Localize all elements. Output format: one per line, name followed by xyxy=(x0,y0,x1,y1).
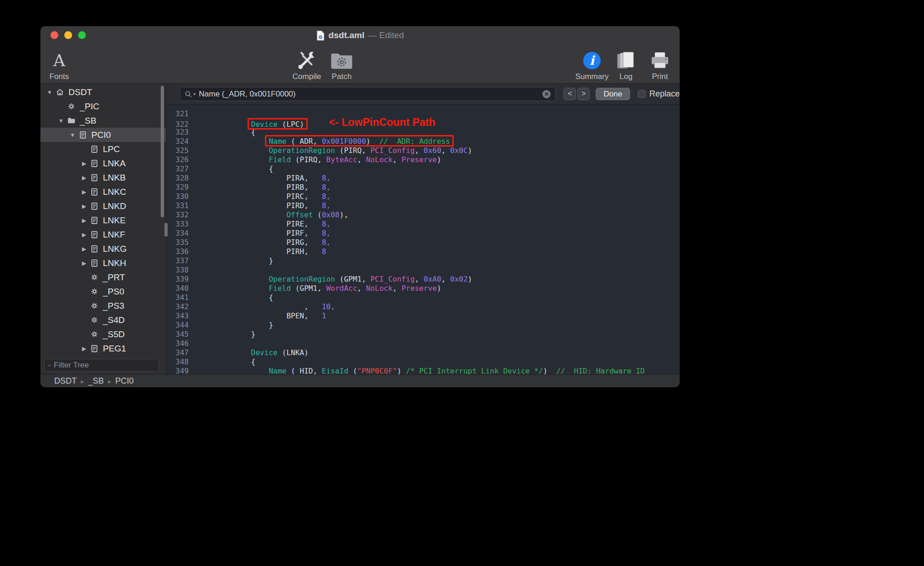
disclosure-triangle-icon[interactable]: ▶ xyxy=(79,175,89,181)
device-icon xyxy=(89,187,100,196)
fonts-button[interactable]: A Fonts xyxy=(43,46,75,81)
filter-tree-input[interactable] xyxy=(54,361,155,370)
find-input[interactable] xyxy=(199,90,539,99)
code-token: 0x0C xyxy=(450,146,468,155)
patch-button[interactable]: Patch xyxy=(326,46,358,81)
sidebar-item-lnkd[interactable]: ▶LNKD xyxy=(40,199,166,213)
sidebar-item-_pic[interactable]: _PIC xyxy=(40,99,166,113)
window-title-area: dsdt.aml — Edited xyxy=(40,26,680,45)
sidebar-item-label: _PRT xyxy=(103,272,125,283)
clear-search-icon[interactable]: ✕ xyxy=(542,90,551,98)
sidebar-item-lnkh[interactable]: ▶LNKH xyxy=(40,256,166,270)
code-token: } xyxy=(198,321,273,329)
sidebar-item-_s4d[interactable]: _S4D xyxy=(40,313,166,327)
code-token: Offset xyxy=(287,210,313,219)
search-options-caret-icon[interactable]: ▾ xyxy=(193,91,196,96)
code-token: "PNP0C0F" xyxy=(357,367,397,374)
code-token: { xyxy=(198,357,255,366)
code-token xyxy=(198,367,269,374)
sidebar-item-pci0[interactable]: ▼PCI0 xyxy=(40,128,166,142)
log-button[interactable]: Log xyxy=(610,46,642,81)
code-token: PIRE, xyxy=(198,220,322,228)
sidebar-item-lnka[interactable]: ▶LNKA xyxy=(40,156,166,170)
breadcrumb-item-pci0[interactable]: PCI0 xyxy=(115,376,134,386)
disclosure-triangle-icon[interactable]: ▼ xyxy=(56,118,66,124)
code-token: NoLock xyxy=(366,155,393,164)
sidebar-item-label: LNKA xyxy=(103,158,126,169)
code-token: , xyxy=(415,146,423,155)
disclosure-triangle-icon[interactable]: ▶ xyxy=(79,189,89,195)
sidebar-item-lnkg[interactable]: ▶LNKG xyxy=(40,242,166,256)
line-number: 332 xyxy=(166,210,189,220)
code-editor[interactable]: 321322 Device (LPC)<- LowPinCount Path32… xyxy=(166,105,680,374)
disclosure-triangle-icon[interactable]: ▼ xyxy=(68,132,77,138)
code-token: , xyxy=(415,275,423,283)
code-token: 8, xyxy=(322,174,331,182)
code-line: 333 PIRE, 8, xyxy=(166,220,680,229)
breadcrumb-item-sb[interactable]: _SB xyxy=(88,376,104,386)
code-token: (GPM1, xyxy=(291,284,326,293)
disclosure-triangle-icon[interactable]: ▶ xyxy=(79,160,89,167)
code-token: ) xyxy=(437,155,441,164)
sidebar-item-lnkb[interactable]: ▶LNKB xyxy=(40,170,166,185)
disclosure-triangle-icon[interactable]: ▶ xyxy=(79,345,89,352)
sidebar-scrollbar[interactable] xyxy=(161,86,164,217)
filter-tree-field[interactable] xyxy=(44,359,159,372)
find-prev-next-group: < > xyxy=(563,88,590,100)
code-token: (PIRQ, xyxy=(335,146,371,155)
disclosure-triangle-icon[interactable]: ▶ xyxy=(79,203,89,209)
summary-button[interactable]: i Summary xyxy=(576,46,608,81)
summary-label: Summary xyxy=(575,72,609,81)
sidebar-item-_sb[interactable]: ▼_SB xyxy=(40,113,166,128)
line-number: 341 xyxy=(166,293,189,302)
sidebar-item-_prt[interactable]: _PRT xyxy=(40,270,166,284)
sidebar-item-_ps0[interactable]: _PS0 xyxy=(40,284,166,299)
code-token: } xyxy=(198,330,255,339)
code-token: , xyxy=(393,155,401,164)
replace-checkbox[interactable] xyxy=(638,90,646,98)
sidebar-item-label: _PS3 xyxy=(103,301,124,311)
code-token: 1 xyxy=(322,311,327,320)
status-bar: DSDT ▸ _SB ▸ PCI0 xyxy=(40,374,680,387)
find-previous-button[interactable]: < xyxy=(563,88,576,100)
content-area: ▼DSDT_PIC▼_SB▼PCI0LPC▶LNKA▶LNKB▶LNKC▶LNK… xyxy=(40,84,680,374)
sidebar-item-label: LPC xyxy=(103,144,120,154)
disclosure-triangle-icon[interactable]: ▼ xyxy=(45,89,54,96)
disclosure-triangle-icon[interactable]: ▶ xyxy=(79,246,89,252)
line-number: 328 xyxy=(166,174,189,183)
print-button[interactable]: Print xyxy=(644,46,676,81)
sidebar-item-_ps3[interactable]: _PS3 xyxy=(40,299,166,313)
done-button[interactable]: Done xyxy=(596,88,630,100)
sidebar-item-lnkc[interactable]: ▶LNKC xyxy=(40,185,166,199)
sidebar-item-lnkf[interactable]: ▶LNKF xyxy=(40,227,166,242)
sidebar-item-peg1[interactable]: ▶PEG1 xyxy=(40,341,166,356)
sidebar-item-label: PCI0 xyxy=(91,130,111,140)
code-token: } xyxy=(198,256,273,265)
code-token: OperationRegion xyxy=(269,146,335,155)
line-number: 327 xyxy=(166,164,189,174)
breadcrumb-item-dsdt[interactable]: DSDT xyxy=(54,376,77,386)
code-token: PIRB, xyxy=(198,183,322,192)
split-handle[interactable] xyxy=(164,223,168,237)
find-field[interactable]: ▾ ✕ xyxy=(180,87,556,101)
sidebar-item-dsdt[interactable]: ▼DSDT xyxy=(40,85,166,99)
log-pages-icon xyxy=(614,50,637,71)
code-token: Preserve xyxy=(401,155,437,164)
code-token: Preserve xyxy=(401,284,437,293)
sidebar-item-_s5d[interactable]: _S5D xyxy=(40,327,166,341)
disclosure-triangle-icon[interactable]: ▶ xyxy=(79,232,89,238)
method-icon xyxy=(89,301,100,310)
code-token xyxy=(198,155,269,164)
code-token: , xyxy=(441,146,450,155)
sidebar-item-label: LNKC xyxy=(103,187,126,197)
sidebar-item-lpc[interactable]: LPC xyxy=(40,142,166,156)
disclosure-triangle-icon[interactable]: ▶ xyxy=(79,260,89,266)
compile-button[interactable]: Compile xyxy=(291,46,323,81)
code-token: ( xyxy=(313,210,321,219)
find-next-button[interactable]: > xyxy=(577,88,590,100)
house-icon xyxy=(54,88,66,96)
sidebar-item-lnke[interactable]: ▶LNKE xyxy=(40,213,166,227)
code-token: 8, xyxy=(322,229,331,238)
code-line: 336 PIRH, 8 xyxy=(166,247,680,256)
disclosure-triangle-icon[interactable]: ▶ xyxy=(79,217,89,224)
